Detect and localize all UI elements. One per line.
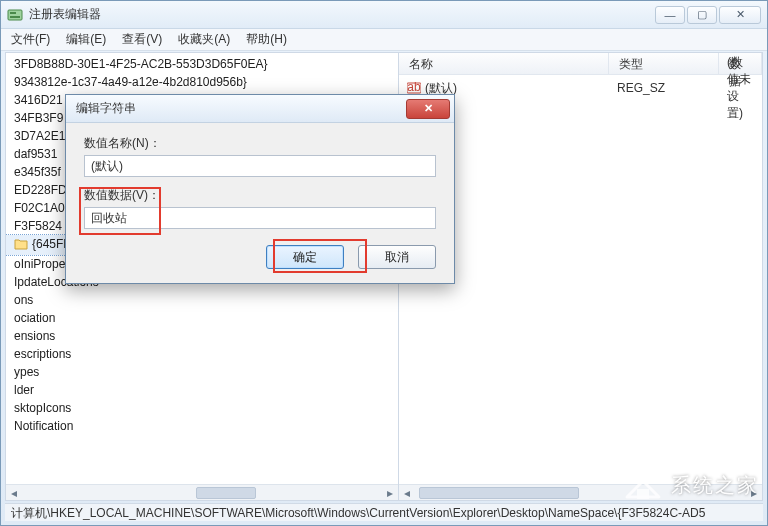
window-title: 注册表编辑器 — [29, 6, 101, 23]
tree-item[interactable]: 3FD8B88D-30E1-4F25-AC2B-553D3D65F0EA} — [6, 55, 398, 73]
minimize-button[interactable]: — — [655, 6, 685, 24]
svg-text:ab: ab — [407, 81, 421, 94]
scroll-left-icon[interactable]: ◂ — [6, 486, 22, 500]
value-name-field[interactable] — [84, 155, 436, 177]
dialog-body: 数值名称(N)： 数值数据(V)： 确定 取消 — [66, 123, 454, 283]
dialog-title: 编辑字符串 — [76, 100, 136, 117]
dialog-buttons: 确定 取消 — [84, 245, 436, 269]
registry-editor-window: 注册表编辑器 — ▢ ✕ 文件(F) 编辑(E) 查看(V) 收藏夹(A) 帮助… — [0, 0, 768, 526]
maximize-button[interactable]: ▢ — [687, 6, 717, 24]
menubar: 文件(F) 编辑(E) 查看(V) 收藏夹(A) 帮助(H) — [1, 29, 767, 51]
tree-item[interactable]: 9343812e-1c37-4a49-a12e-4b2d810d956b} — [6, 73, 398, 91]
window-controls: — ▢ ✕ — [655, 6, 761, 24]
value-data-field[interactable] — [84, 207, 436, 229]
scroll-right-icon[interactable]: ▸ — [382, 486, 398, 500]
column-name[interactable]: 名称 — [399, 53, 609, 74]
dialog-close-button[interactable]: ✕ — [406, 99, 450, 119]
list-item[interactable]: ab (默认) REG_SZ (数值未设置) — [407, 79, 754, 97]
scroll-left-icon[interactable]: ◂ — [399, 486, 415, 500]
string-value-icon: ab — [407, 81, 421, 95]
scroll-right-icon[interactable]: ▸ — [746, 486, 762, 500]
title-area: 注册表编辑器 — [7, 6, 101, 23]
menu-file[interactable]: 文件(F) — [11, 31, 50, 48]
tree-item[interactable]: ociation — [6, 309, 398, 327]
tree-item[interactable]: lder — [6, 381, 398, 399]
column-headers: 名称 类型 数据 — [399, 53, 762, 75]
value-type: REG_SZ — [617, 81, 727, 95]
statusbar: 计算机\HKEY_LOCAL_MACHINE\SOFTWARE\Microsof… — [5, 503, 763, 521]
dialog-titlebar: 编辑字符串 ✕ — [66, 95, 454, 123]
svg-rect-0 — [8, 10, 22, 20]
folder-icon — [14, 238, 28, 250]
value-data: (数值未设置) — [727, 54, 754, 122]
scroll-thumb[interactable] — [419, 487, 579, 499]
tree-item[interactable]: ensions — [6, 327, 398, 345]
tree-item[interactable]: ons — [6, 291, 398, 309]
list-hscrollbar[interactable]: ◂ ▸ — [399, 484, 762, 500]
titlebar: 注册表编辑器 — ▢ ✕ — [1, 1, 767, 29]
tree-item[interactable]: sktopIcons — [6, 399, 398, 417]
menu-view[interactable]: 查看(V) — [122, 31, 162, 48]
column-type[interactable]: 类型 — [609, 53, 719, 74]
menu-edit[interactable]: 编辑(E) — [66, 31, 106, 48]
scroll-thumb[interactable] — [196, 487, 256, 499]
ok-button[interactable]: 确定 — [266, 245, 344, 269]
tree-item[interactable]: ypes — [6, 363, 398, 381]
menu-favorites[interactable]: 收藏夹(A) — [178, 31, 230, 48]
tree-item[interactable]: Notification — [6, 417, 398, 435]
menu-help[interactable]: 帮助(H) — [246, 31, 287, 48]
value-data-label: 数值数据(V)： — [84, 187, 436, 204]
cancel-button[interactable]: 取消 — [358, 245, 436, 269]
value-name-label: 数值名称(N)： — [84, 135, 436, 152]
edit-string-dialog: 编辑字符串 ✕ 数值名称(N)： 数值数据(V)： 确定 取消 — [65, 94, 455, 284]
svg-rect-2 — [10, 16, 20, 18]
close-window-button[interactable]: ✕ — [719, 6, 761, 24]
tree-item[interactable]: escriptions — [6, 345, 398, 363]
svg-rect-1 — [10, 12, 16, 14]
tree-hscrollbar[interactable]: ◂ ▸ — [6, 484, 398, 500]
regedit-icon — [7, 7, 23, 23]
